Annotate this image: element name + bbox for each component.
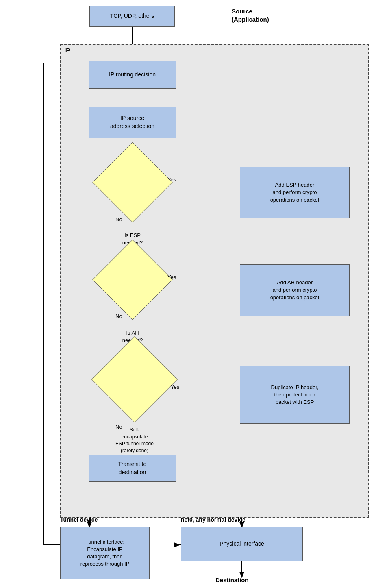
selfencap-action-text: Duplicate IP header,then protect innerpa…: [271, 384, 319, 406]
selfencap-yes-label: Yes: [171, 384, 179, 390]
tunnel-device-label: Tunnel device: [60, 516, 98, 523]
destination-label-text: Destination: [215, 577, 249, 584]
ah-action-box: Add AH headerand perform cryptooperation…: [240, 264, 350, 316]
net0-label-text: net0, any normal device: [181, 516, 245, 523]
selfencap-no-label: No: [115, 424, 122, 430]
transmit-box: Transmit todestination: [89, 455, 176, 482]
ah-diamond-wrapper: Is AHneeded?: [104, 251, 161, 308]
routing-box-text: IP routing decision: [109, 71, 156, 79]
source-box-text: TCP, UDP, others: [110, 12, 154, 20]
source-label-line1: Source: [232, 8, 252, 15]
selfencap-action-box: Duplicate IP header,then protect innerpa…: [240, 366, 350, 424]
tunnel-interface-box: Tunnel interface:Encapsulate IPdatagram,…: [60, 527, 150, 579]
tunnel-device-label-text: Tunnel device: [60, 516, 98, 523]
source-application-label: Source (Application): [232, 7, 269, 23]
destination-label: Destination: [215, 577, 249, 584]
source-box: TCP, UDP, others: [89, 6, 175, 27]
esp-yes-label: Yes: [167, 176, 176, 183]
physical-interface-text: Physical interface: [219, 540, 264, 548]
tunnel-interface-text: Tunnel interface:Encapsulate IPdatagram,…: [80, 538, 130, 568]
source-address-box: IP sourceaddress selection: [89, 107, 176, 138]
physical-interface-box: Physical interface: [181, 527, 303, 561]
diagram-container: TCP, UDP, others Source (Application) IP…: [0, 0, 378, 588]
ah-yes-label: Yes: [167, 274, 176, 280]
source-label-line2: (Application): [232, 16, 269, 23]
esp-action-text: Add ESP headerand perform cryptooperatio…: [270, 181, 319, 204]
transmit-text: Transmit todestination: [118, 460, 147, 476]
selfencap-diamond-wrapper: Self-encapsulateESP tunnel-mode(rarely d…: [104, 349, 165, 410]
net0-label: net0, any normal device: [181, 516, 245, 523]
source-addr-text: IP sourceaddress selection: [110, 114, 154, 130]
ip-label: IP: [64, 47, 70, 54]
routing-decision-box: IP routing decision: [89, 61, 176, 89]
ah-action-text: Add AH headerand perform cryptooperation…: [270, 279, 319, 301]
ah-no-label: No: [115, 313, 122, 319]
esp-diamond-wrapper: Is ESPneeded?: [104, 154, 161, 211]
esp-no-label: No: [115, 216, 122, 222]
esp-action-box: Add ESP headerand perform cryptooperatio…: [240, 167, 350, 218]
